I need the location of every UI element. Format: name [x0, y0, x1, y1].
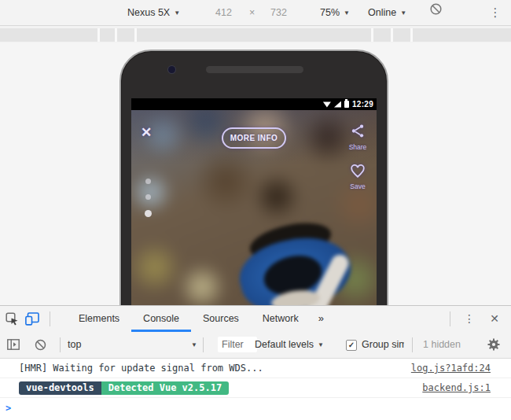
console-prompt[interactable]: > — [0, 398, 511, 418]
log-levels-select[interactable]: Default levels▼ — [255, 332, 324, 358]
divider — [60, 337, 61, 352]
media-query-divider — [391, 28, 393, 42]
share-icon[interactable] — [350, 123, 366, 142]
console-sidebar-icon[interactable] — [7, 339, 20, 352]
media-query-divider — [371, 28, 373, 42]
device-toolbar-toggle-icon[interactable] — [25, 312, 40, 329]
phone-screen: 12:29 ✕ MORE INFO — [131, 98, 377, 305]
media-query-divider — [410, 28, 413, 42]
prompt-chevron-icon: > — [6, 403, 11, 414]
divider — [412, 337, 413, 352]
status-bar-clock: 12:29 — [352, 100, 373, 109]
share-label: Share — [349, 143, 367, 151]
dimension-separator: × — [249, 0, 255, 25]
vue-detected-badge: Detected Vue v2.5.17 — [101, 381, 230, 395]
media-query-bar[interactable] — [0, 28, 511, 42]
phone-frame: 12:29 ✕ MORE INFO — [119, 50, 388, 305]
divider — [203, 337, 204, 352]
page-dot[interactable] — [145, 194, 151, 200]
camera-icon — [168, 66, 175, 73]
device-select[interactable]: Nexus 5X▼ — [127, 0, 180, 26]
media-query-divider — [115, 28, 117, 42]
media-query-strip — [0, 26, 511, 42]
console-filter-input[interactable] — [218, 337, 257, 352]
clear-console-icon[interactable] — [35, 339, 46, 353]
console-messages: [HMR] Waiting for update signal from WDS… — [0, 359, 511, 420]
zoom-select[interactable]: 75%▼ — [320, 0, 350, 26]
console-toolbar: top ▼ Default levels▼ ✓ Group similar 1 … — [0, 332, 511, 359]
rotate-device-icon[interactable] — [429, 0, 443, 25]
close-devtools-icon[interactable]: ✕ — [487, 306, 502, 332]
chevron-down-icon: ▼ — [318, 341, 324, 348]
tabs: Elements Console Sources Network » — [67, 306, 324, 332]
page-dot-active[interactable] — [145, 210, 152, 217]
zoom-select-label: 75% — [320, 7, 340, 18]
device-toolbar: Nexus 5X▼ 412 × 732 75%▼ Online▼ ⋮ — [0, 0, 511, 26]
vue-devtools-badge: vue-devtools — [19, 381, 101, 395]
network-throttle-label: Online — [368, 7, 396, 18]
group-similar-label[interactable]: Group similar — [362, 332, 404, 358]
cellular-signal-icon — [334, 101, 341, 108]
battery-icon — [344, 101, 349, 108]
divider — [450, 311, 450, 326]
product-photo: ✕ MORE INFO Share — [131, 110, 377, 305]
chevron-down-icon[interactable]: ▼ — [191, 332, 197, 358]
page-indicator — [144, 179, 152, 227]
hidden-messages-count: 1 hidden — [423, 332, 461, 358]
network-throttle-select[interactable]: Online▼ — [368, 0, 406, 26]
tab-network[interactable]: Network — [251, 306, 311, 330]
gear-icon[interactable] — [487, 338, 500, 353]
viewport-height-value[interactable]: 732 — [270, 0, 287, 25]
save-label: Save — [350, 182, 365, 190]
source-link[interactable]: log.js?1afd:24 — [411, 363, 491, 374]
wifi-icon — [323, 101, 331, 108]
close-icon[interactable]: ✕ — [141, 124, 152, 141]
viewport-width-value[interactable]: 412 — [215, 0, 232, 25]
tab-console[interactable]: Console — [131, 306, 191, 332]
source-link[interactable]: backend.js:1 — [422, 382, 491, 393]
chevron-down-icon: ▼ — [400, 9, 406, 17]
kebab-menu-icon[interactable]: ⋮ — [462, 306, 476, 332]
tab-elements[interactable]: Elements — [67, 306, 131, 330]
more-info-button[interactable]: MORE INFO — [222, 127, 286, 149]
log-text: [HMR] Waiting for update signal from WDS… — [19, 363, 263, 374]
divider — [50, 311, 50, 326]
chevron-down-icon: ▼ — [344, 9, 350, 17]
chevron-down-icon: ▼ — [174, 9, 180, 17]
console-log-row: [HMR] Waiting for update signal from WDS… — [0, 359, 511, 378]
page-dot[interactable] — [145, 179, 151, 184]
kebab-menu-icon[interactable]: ⋮ — [487, 0, 503, 25]
devtools-panel: Elements Console Sources Network » ⋮ ✕ t… — [0, 305, 511, 420]
console-log-row: vue-devtools Detected Vue v2.5.17 backen… — [0, 378, 511, 398]
speaker-grille — [206, 66, 303, 73]
devtools-tab-bar: Elements Console Sources Network » ⋮ ✕ — [0, 306, 511, 332]
media-query-divider — [97, 28, 100, 42]
action-rail: Share Save — [341, 123, 374, 190]
log-levels-label: Default levels — [255, 339, 314, 350]
app-overlay: ✕ MORE INFO Share — [131, 110, 377, 305]
tab-sources[interactable]: Sources — [191, 306, 251, 330]
device-select-label: Nexus 5X — [127, 7, 170, 18]
group-similar-checkbox[interactable]: ✓ — [346, 340, 357, 351]
emulation-canvas: 12:29 ✕ MORE INFO — [0, 42, 511, 305]
android-status-bar: 12:29 — [131, 98, 377, 110]
heart-icon[interactable] — [349, 163, 366, 182]
execution-context-label[interactable]: top — [68, 332, 81, 358]
media-query-divider — [134, 28, 137, 42]
inspect-element-icon[interactable] — [6, 312, 19, 329]
more-tabs-icon[interactable]: » — [318, 306, 324, 332]
